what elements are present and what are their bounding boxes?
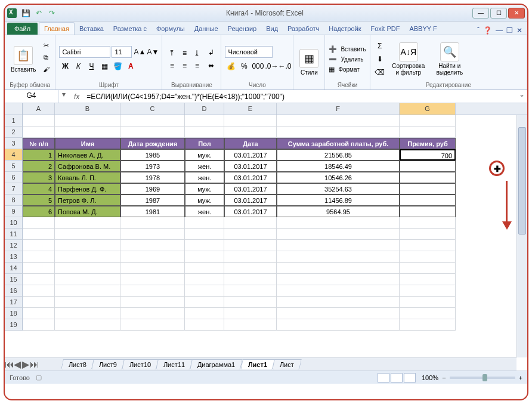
zoom-in-button[interactable]: +	[519, 374, 522, 381]
cell[interactable]: Петров Ф. Л.	[55, 195, 120, 206]
cell[interactable]	[400, 115, 456, 127]
cell[interactable]	[224, 308, 277, 319]
cell[interactable]	[224, 115, 277, 127]
cell[interactable]	[120, 115, 185, 127]
cell[interactable]: 1987	[120, 195, 185, 206]
macro-record-icon[interactable]: ▢	[36, 374, 42, 381]
row-header[interactable]: 3	[5, 138, 23, 149]
row-header[interactable]: 14	[5, 263, 23, 274]
align-center-icon[interactable]: ≡	[178, 60, 190, 72]
font-name-select[interactable]	[59, 46, 110, 58]
clear-icon[interactable]: ⌫	[374, 66, 386, 78]
cell[interactable]: 03.01.2017	[224, 172, 277, 183]
cell[interactable]	[55, 274, 120, 285]
window-min-icon[interactable]: —	[496, 26, 503, 35]
expand-formula-icon[interactable]: ⌄	[516, 90, 527, 103]
cell[interactable]	[120, 274, 185, 285]
cell[interactable]	[224, 240, 277, 251]
row-header[interactable]: 15	[5, 274, 23, 285]
cell[interactable]: 11456.89	[277, 195, 400, 206]
cell[interactable]	[185, 263, 224, 274]
wrap-text-button[interactable]: ↲	[205, 47, 217, 58]
row-header[interactable]: 5	[5, 161, 23, 172]
align-left-icon[interactable]: ≡	[166, 60, 178, 72]
horizontal-scrollbar[interactable]: ⏮ ◀ ▶ ⏭ Лист8Лист9Лист10Лист11Диаграмма1…	[5, 357, 516, 371]
fx-icon[interactable]: fx	[69, 92, 84, 101]
cell[interactable]: 03.01.2017	[224, 206, 277, 217]
cell[interactable]	[23, 127, 55, 138]
cell[interactable]	[23, 251, 55, 263]
sheet-tab[interactable]: Лист	[272, 359, 302, 369]
cell[interactable]	[120, 308, 185, 319]
cell[interactable]: 03.01.2017	[224, 183, 277, 195]
cell[interactable]	[120, 297, 185, 308]
row-header[interactable]: 11	[5, 229, 23, 240]
cell[interactable]: 6	[23, 206, 55, 217]
font-color-button[interactable]: A	[125, 60, 137, 72]
cell[interactable]	[23, 115, 55, 127]
sheet-tab[interactable]: Диаграмма1	[190, 359, 243, 369]
underline-button[interactable]: Ч	[85, 60, 97, 72]
cut-icon[interactable]: ✂	[41, 42, 51, 53]
cell[interactable]: Парфенов Д. Ф.	[55, 183, 120, 195]
cell[interactable]: 03.01.2017	[224, 149, 277, 161]
cell[interactable]	[185, 229, 224, 240]
align-top-icon[interactable]: ⤒	[166, 47, 178, 59]
increase-font-icon[interactable]: A▲	[133, 46, 145, 58]
undo-icon[interactable]: ↶	[33, 8, 44, 18]
tab-foxit[interactable]: Foxit PDF	[366, 23, 405, 35]
cell[interactable]: 21556.85	[277, 149, 400, 161]
cell[interactable]	[400, 172, 456, 183]
cell[interactable]	[224, 285, 277, 297]
tab-review[interactable]: Рецензир	[223, 23, 262, 35]
minimize-button[interactable]: —	[472, 8, 489, 18]
cell[interactable]	[224, 229, 277, 240]
tab-home[interactable]: Главная	[39, 22, 75, 35]
cell[interactable]	[23, 285, 55, 297]
close-button[interactable]: ✕	[508, 8, 525, 18]
cell[interactable]	[185, 308, 224, 319]
cell[interactable]	[400, 127, 456, 138]
cell[interactable]: Сумма заработной платы, руб.	[277, 138, 400, 149]
tab-insert[interactable]: Вставка	[75, 23, 109, 35]
cell[interactable]	[277, 263, 400, 274]
cell[interactable]	[224, 127, 277, 138]
cell[interactable]	[185, 274, 224, 285]
cell[interactable]	[120, 319, 185, 331]
tab-layout[interactable]: Разметка с	[109, 23, 151, 35]
cell[interactable]	[23, 274, 55, 285]
cell[interactable]	[277, 319, 400, 331]
cell[interactable]: 18546.49	[277, 161, 400, 172]
row-header[interactable]: 2	[5, 127, 23, 138]
cell[interactable]	[185, 251, 224, 263]
cell[interactable]	[185, 285, 224, 297]
styles-button[interactable]: ▦ Стили	[297, 48, 321, 77]
row-header[interactable]: 6	[5, 172, 23, 183]
cell[interactable]	[23, 319, 55, 331]
tab-data[interactable]: Данные	[190, 23, 223, 35]
autosum-icon[interactable]: Σ	[374, 40, 386, 52]
cell[interactable]: № п/п	[23, 138, 55, 149]
cell[interactable]: 1981	[120, 206, 185, 217]
sort-filter-button[interactable]: A↓Я Сортировка и фильтр	[388, 41, 429, 77]
cell[interactable]	[23, 308, 55, 319]
cell[interactable]: Пол	[185, 138, 224, 149]
cell[interactable]	[185, 217, 224, 229]
cell[interactable]: муж.	[185, 183, 224, 195]
increase-decimal-icon[interactable]: .0→	[264, 60, 276, 72]
col-header[interactable]: D	[185, 103, 224, 115]
cell[interactable]	[400, 285, 456, 297]
cell[interactable]: 1978	[120, 172, 185, 183]
cell[interactable]	[120, 127, 185, 138]
cell[interactable]	[224, 217, 277, 229]
spreadsheet-grid[interactable]: A B C D E F G 123№ п/пИмяДата рожденияПо…	[5, 103, 527, 371]
cell[interactable]: 35254.63	[277, 183, 400, 195]
cell[interactable]: жен.	[185, 172, 224, 183]
cell[interactable]	[185, 127, 224, 138]
save-icon[interactable]: 💾	[20, 8, 31, 18]
cell[interactable]	[55, 297, 120, 308]
cell[interactable]	[55, 251, 120, 263]
find-select-button[interactable]: 🔍 Найти и выделить	[431, 41, 468, 77]
row-header[interactable]: 12	[5, 240, 23, 251]
cell[interactable]: Попова М. Д.	[55, 206, 120, 217]
